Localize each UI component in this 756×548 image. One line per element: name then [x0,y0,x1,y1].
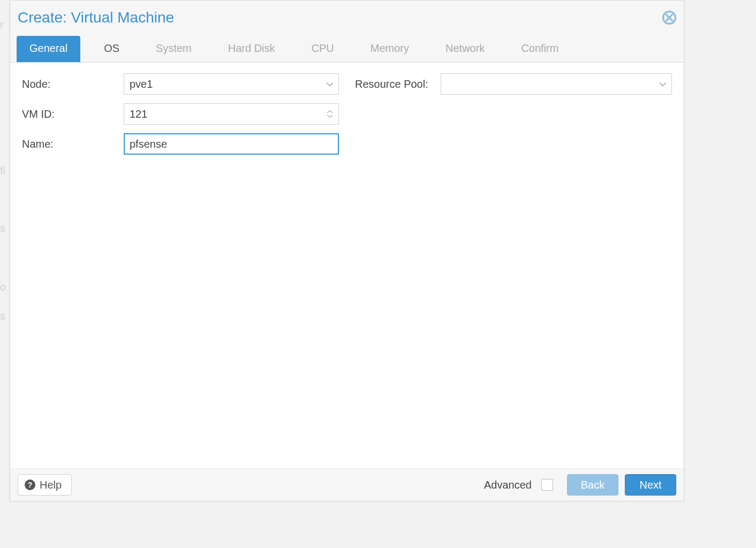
help-label: Help [40,479,62,491]
dialog-header: Create: Virtual Machine [10,1,684,33]
dialog-title: Create: Virtual Machine [18,9,174,26]
field-name: Name: [22,133,339,155]
back-button: Back [567,474,618,496]
back-label: Back [581,479,604,491]
pool-select[interactable] [441,73,672,95]
tab-label: Confirm [521,42,558,54]
tab-label: System [156,42,192,54]
vmid-input[interactable] [124,103,339,125]
advanced-label: Advanced [484,479,532,491]
tab-hard-disk: Hard Disk [215,36,288,62]
tab-label: Hard Disk [228,42,275,54]
next-button[interactable]: Next [625,474,676,496]
tab-network: Network [433,36,497,62]
tab-general[interactable]: General [17,36,80,62]
node-select[interactable] [124,73,339,95]
tab-memory: Memory [358,36,422,62]
tab-label: Memory [371,42,409,54]
form-column-right: Resource Pool: [355,73,672,95]
field-vmid: VM ID: [22,103,339,125]
tab-label: General [29,42,67,54]
form-column-left: Node: VM ID: [22,73,339,155]
close-button[interactable] [662,11,676,25]
pool-label: Resource Pool: [355,78,441,90]
vmid-label: VM ID: [22,108,124,120]
tab-label: CPU [312,42,334,54]
help-button[interactable]: ? Help [18,474,72,496]
tab-cpu: CPU [299,36,347,62]
help-icon: ? [25,480,35,490]
name-input[interactable] [124,133,339,155]
create-vm-dialog: Create: Virtual Machine General OS Syste… [10,0,684,501]
tab-label: OS [104,42,119,54]
tab-label: Network [445,42,485,54]
dialog-footer: ? Help Advanced Back Next [10,469,684,501]
next-label: Next [639,479,661,491]
advanced-checkbox[interactable] [541,479,553,491]
dialog-body: Node: VM ID: [10,63,684,469]
name-label: Name: [22,138,124,150]
node-label: Node: [22,78,124,90]
field-resource-pool: Resource Pool: [355,73,672,95]
field-node: Node: [22,73,339,95]
wizard-tabstrip: General OS System Hard Disk CPU Memory N… [10,33,684,63]
tab-system: System [143,36,205,62]
tab-os[interactable]: OS [91,36,132,62]
tab-confirm: Confirm [508,36,571,62]
close-icon [666,14,673,21]
